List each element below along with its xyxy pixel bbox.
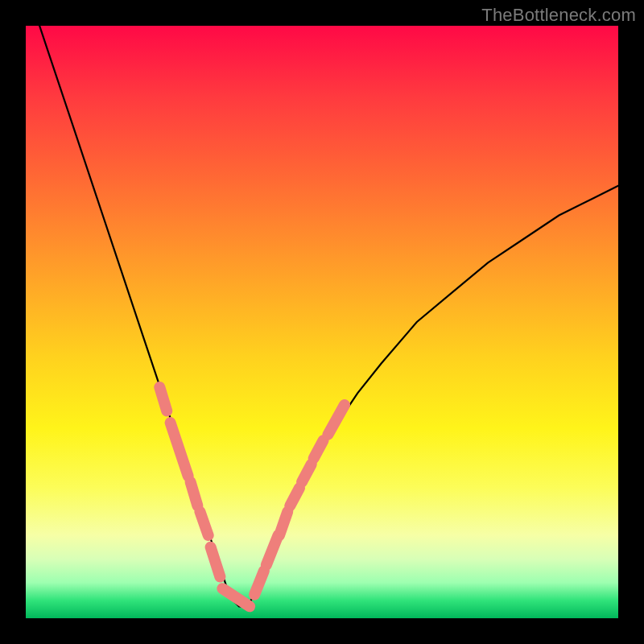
highlight-dash-3: [200, 512, 208, 536]
highlight-dash-6: [254, 571, 264, 595]
bottleneck-curve: [26, 0, 618, 606]
highlight-dash-5: [222, 588, 250, 606]
highlight-dash-4: [211, 547, 221, 577]
highlight-dash-12: [328, 405, 345, 435]
chart-frame: TheBottleneck.com: [0, 0, 644, 644]
highlight-dash-1: [171, 423, 188, 476]
highlight-dash-8: [279, 512, 287, 536]
curve-svg: [26, 26, 618, 618]
watermark-text: TheBottleneck.com: [481, 5, 636, 26]
highlight-dash-9: [290, 488, 299, 506]
highlight-dashes: [159, 387, 345, 606]
highlight-dash-0: [159, 387, 167, 411]
highlight-dash-11: [314, 440, 324, 458]
bottleneck-curve-path: [26, 0, 618, 606]
highlight-dash-10: [302, 464, 312, 482]
plot-area: [26, 26, 618, 618]
highlight-dash-2: [191, 482, 198, 506]
